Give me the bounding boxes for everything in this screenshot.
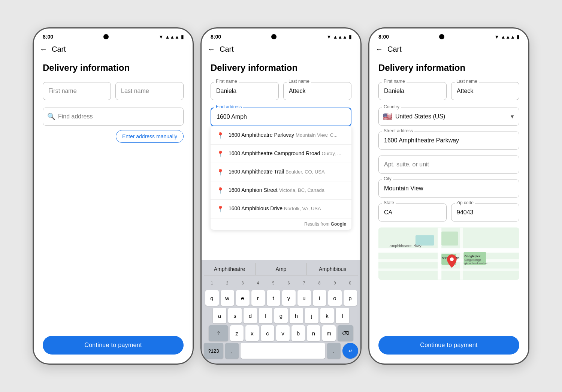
kb-n[interactable]: n — [307, 325, 320, 341]
kb-w[interactable]: w — [221, 290, 234, 306]
kb-sugg-1[interactable]: Amp — [256, 263, 307, 275]
kb-q[interactable]: q — [205, 290, 219, 306]
kb-row-3: ⇧ z x c v b n m ⌫ — [204, 325, 358, 341]
back-button-1[interactable]: ← — [40, 45, 47, 54]
kb-y[interactable]: y — [282, 290, 296, 306]
kb-r[interactable]: r — [251, 290, 265, 306]
street-address-input-3[interactable] — [378, 132, 519, 150]
bottom-btn-wrap-3: Continue to payment — [369, 330, 528, 364]
back-button-3[interactable]: ← — [375, 45, 383, 54]
kb-p[interactable]: p — [344, 290, 357, 306]
continue-to-payment-button-1[interactable]: Continue to payment — [43, 336, 184, 355]
apt-suite-field-3 — [378, 156, 519, 174]
kb-enter[interactable]: ↵ — [342, 343, 358, 359]
city-label-3: City — [382, 176, 393, 181]
continue-to-payment-button-3[interactable]: Continue to payment — [378, 336, 519, 355]
keyboard-2[interactable]: Amphitheatre Amp Amphibious 1 2 3 4 5 6 … — [202, 260, 360, 364]
kb-c[interactable]: c — [261, 325, 274, 341]
kb-num-4[interactable]: 4 — [251, 278, 265, 288]
ac-sub-1: Ouray, ... — [321, 151, 341, 156]
kb-period[interactable]: . — [327, 343, 341, 359]
top-nav-1: ← Cart — [34, 42, 193, 57]
city-input-3[interactable] — [378, 180, 519, 197]
find-address-input-1[interactable] — [43, 108, 184, 126]
kb-comma[interactable]: , — [225, 343, 239, 359]
name-row-3: First name Last name — [378, 82, 519, 100]
state-input-3[interactable] — [378, 203, 447, 221]
kb-row-4: ?123 , . ↵ — [204, 343, 358, 359]
zip-input-3[interactable] — [451, 203, 519, 221]
first-name-input-2[interactable] — [211, 82, 279, 100]
kb-v[interactable]: v — [276, 325, 290, 341]
first-name-input-3[interactable] — [378, 82, 447, 100]
kb-num-0[interactable]: 0 — [344, 278, 357, 288]
kb-num-switch[interactable]: ?123 — [204, 343, 223, 359]
kb-f[interactable]: f — [259, 308, 272, 323]
pin-icon-4: 📍 — [217, 205, 224, 212]
country-input-3[interactable] — [378, 108, 519, 126]
autocomplete-item-4[interactable]: 📍 1600 Amphibious DriveNorfolk, VA, USA — [211, 200, 351, 218]
page-title-3: Delivery information — [378, 63, 519, 73]
svg-rect-2 — [438, 228, 441, 280]
first-name-input-1[interactable] — [43, 82, 111, 100]
kb-e[interactable]: e — [236, 290, 250, 306]
last-name-field-2: Last name — [283, 82, 351, 100]
autocomplete-item-2[interactable]: 📍 1600 Amphitheatre TrailBoulder, CO, US… — [211, 163, 351, 181]
country-field-3: Country 🇺🇸 ▼ — [378, 108, 519, 126]
kb-num-7[interactable]: 7 — [297, 278, 311, 288]
kb-k[interactable]: k — [320, 308, 334, 323]
kb-z[interactable]: z — [230, 325, 244, 341]
kb-a[interactable]: a — [213, 308, 226, 323]
kb-sugg-0[interactable]: Amphitheatre — [204, 263, 256, 275]
last-name-input-2[interactable] — [283, 82, 351, 100]
autocomplete-item-3[interactable]: 📍 1600 Amphion StreetVictoria, BC, Canad… — [211, 181, 351, 200]
time-2: 8:00 — [211, 34, 221, 40]
apt-suite-input-3[interactable] — [378, 156, 519, 174]
kb-num-5[interactable]: 5 — [267, 278, 280, 288]
autocomplete-item-1[interactable]: 📍 1600 Amphitheatre Campground RroadOura… — [211, 145, 351, 163]
autocomplete-item-0[interactable]: 📍 1600 Amphitheatre ParkwayMountain View… — [211, 126, 351, 145]
camera-notch-2 — [271, 34, 277, 39]
phone-3: 8:00 ▼ ▲▲▲ ▮ ← Cart Delivery information… — [368, 27, 529, 365]
kb-shift[interactable]: ⇧ — [209, 325, 228, 341]
map-svg: Amphitheatre Pkwy Google B40 Googleplex … — [378, 227, 519, 280]
kb-i[interactable]: i — [313, 290, 326, 306]
kb-x[interactable]: x — [245, 325, 259, 341]
kb-num-1[interactable]: 1 — [205, 278, 219, 288]
status-icons-3: ▼ ▲▲▲ ▮ — [495, 34, 519, 40]
kb-j[interactable]: j — [305, 308, 318, 323]
last-name-input-3[interactable] — [451, 82, 519, 100]
zip-label-3: Zip code — [455, 200, 475, 205]
kb-g[interactable]: g — [274, 308, 288, 323]
back-button-2[interactable]: ← — [208, 45, 215, 54]
nav-title-2: Cart — [220, 45, 234, 54]
kb-num-2[interactable]: 2 — [221, 278, 234, 288]
kb-row-1: q w e r t y u i o p — [204, 290, 358, 306]
kb-space[interactable] — [241, 343, 325, 359]
kb-d[interactable]: d — [244, 308, 257, 323]
kb-b[interactable]: b — [291, 325, 305, 341]
svg-rect-3 — [460, 228, 463, 280]
kb-num-6[interactable]: 6 — [282, 278, 296, 288]
country-select-wrap: 🇺🇸 ▼ — [378, 108, 519, 126]
kb-h[interactable]: h — [290, 308, 303, 323]
enter-address-manually-button-1[interactable]: Enter address manually — [116, 130, 184, 143]
kb-num-3[interactable]: 3 — [236, 278, 250, 288]
first-name-field-1 — [43, 82, 111, 100]
time-3: 8:00 — [378, 34, 389, 40]
kb-m[interactable]: m — [322, 325, 336, 341]
kb-s[interactable]: s — [228, 308, 242, 323]
kb-u[interactable]: u — [297, 290, 311, 306]
kb-l[interactable]: l — [336, 308, 349, 323]
kb-num-8[interactable]: 8 — [313, 278, 326, 288]
status-bar-3: 8:00 ▼ ▲▲▲ ▮ — [369, 28, 528, 42]
kb-t[interactable]: t — [267, 290, 280, 306]
find-address-input-2[interactable] — [211, 108, 351, 126]
last-name-input-1[interactable] — [115, 82, 184, 100]
kb-sugg-2[interactable]: Amphibious — [307, 263, 358, 275]
ac-main-3: 1600 Amphion Street — [229, 187, 278, 193]
svg-text:Googleplex: Googleplex — [465, 254, 481, 258]
kb-num-9[interactable]: 9 — [328, 278, 342, 288]
kb-o[interactable]: o — [328, 290, 342, 306]
kb-backspace[interactable]: ⌫ — [338, 325, 353, 341]
